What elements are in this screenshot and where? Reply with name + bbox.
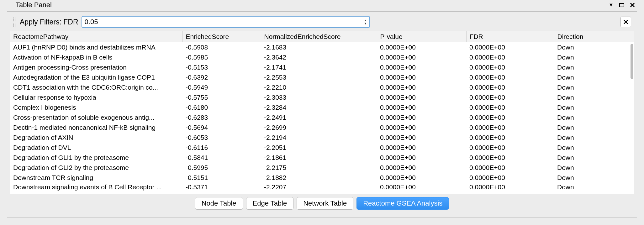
cell-pvalue: 0.0000E+00: [377, 102, 466, 112]
cell-direction: Down: [554, 143, 634, 153]
cell-es: -0.5995: [182, 163, 261, 173]
table-row[interactable]: Degradation of DVL-0.6116-2.20510.0000E+…: [10, 143, 634, 153]
window-controls: ▼: [607, 1, 636, 9]
results-table-body: AUF1 (hnRNP D0) binds and destabilizes m…: [10, 42, 634, 191]
col-header-pathway[interactable]: ReactomePathway: [10, 31, 182, 42]
toolbar-grip-icon[interactable]: [13, 17, 15, 27]
table-row[interactable]: Antigen processing-Cross presentation-0.…: [10, 62, 634, 72]
cell-nes: -2.2051: [261, 143, 377, 153]
close-icon[interactable]: [628, 1, 636, 9]
col-header-nes[interactable]: NormalizedEnrichedScore: [261, 31, 377, 42]
cell-nes: -2.3033: [261, 92, 377, 102]
table-row[interactable]: CDT1 association with the CDC6:ORC:origi…: [10, 82, 634, 92]
cell-es: -0.5985: [182, 52, 261, 62]
cell-es: -0.6392: [182, 72, 261, 82]
cell-pvalue: 0.0000E+00: [377, 52, 466, 62]
cell-es: -0.6283: [182, 112, 261, 123]
table-row[interactable]: Degradation of AXIN-0.6053-2.21940.0000E…: [10, 133, 634, 143]
table-row[interactable]: Complex I biogenesis-0.6180-2.32840.0000…: [10, 102, 634, 112]
tab-edge[interactable]: Edge Table: [246, 197, 294, 210]
table-row[interactable]: Cellular response to hypoxia-0.5755-2.30…: [10, 92, 634, 102]
cell-pvalue: 0.0000E+00: [377, 133, 466, 143]
cell-direction: Down: [554, 82, 634, 92]
cell-pathway: Degradation of GLI2 by the proteasome: [10, 163, 182, 173]
spinner-down-icon[interactable]: ▼: [364, 22, 367, 25]
tab-network[interactable]: Network Table: [297, 197, 353, 210]
cell-nes: -2.2194: [261, 133, 377, 143]
table-row[interactable]: Activation of NF-kappaB in B cells-0.598…: [10, 52, 634, 62]
cell-es: -0.5949: [182, 82, 261, 92]
table-row[interactable]: Downstream TCR signaling-0.5151-2.18820.…: [10, 173, 634, 183]
cell-fdr: 0.0000E+00: [466, 52, 554, 62]
cell-nes: -2.2175: [261, 163, 377, 173]
table-panel: Apply Filters: FDR ▲ ▼: [7, 11, 637, 217]
cell-pvalue: 0.0000E+00: [377, 72, 466, 82]
svg-rect-0: [620, 3, 624, 7]
menu-dropdown-icon[interactable]: ▼: [607, 1, 615, 9]
cell-direction: Down: [554, 133, 634, 143]
cell-pvalue: 0.0000E+00: [377, 183, 466, 191]
cell-nes: -2.1861: [261, 153, 377, 163]
cell-fdr: 0.0000E+00: [466, 163, 554, 173]
table-row[interactable]: Dectin-1 mediated noncanonical NF-kB sig…: [10, 123, 634, 133]
fdr-spinner[interactable]: ▲ ▼: [82, 16, 370, 28]
cell-pvalue: 0.0000E+00: [377, 173, 466, 183]
cell-pathway: CDT1 association with the CDC6:ORC:origi…: [10, 82, 182, 92]
cell-direction: Down: [554, 173, 634, 183]
cell-pathway: Complex I biogenesis: [10, 102, 182, 112]
cell-es: -0.6053: [182, 133, 261, 143]
cell-es: -0.6180: [182, 102, 261, 112]
maximize-icon[interactable]: [618, 1, 626, 9]
cell-fdr: 0.0000E+00: [466, 42, 554, 52]
bottom-tabs: Node TableEdge TableNetwork TableReactom…: [7, 194, 637, 210]
table-row[interactable]: AUF1 (hnRNP D0) binds and destabilizes m…: [10, 42, 634, 52]
cell-pvalue: 0.0000E+00: [377, 153, 466, 163]
cell-es: -0.5694: [182, 123, 261, 133]
cell-es: -0.5151: [182, 173, 261, 183]
tab-gsea[interactable]: Reactome GSEA Analysis: [356, 197, 449, 210]
fdr-input[interactable]: [85, 18, 364, 26]
cell-fdr: 0.0000E+00: [466, 112, 554, 123]
cell-fdr: 0.0000E+00: [466, 173, 554, 183]
col-header-fdr[interactable]: FDR: [466, 31, 554, 42]
col-header-es[interactable]: EnrichedScore: [182, 31, 261, 42]
cell-direction: Down: [554, 62, 634, 72]
cell-pathway: Downstream TCR signaling: [10, 173, 182, 183]
cell-pathway: Degradation of GLI1 by the proteasome: [10, 153, 182, 163]
table-row[interactable]: Autodegradation of the E3 ubiquitin liga…: [10, 72, 634, 82]
vertical-scrollbar[interactable]: [631, 44, 633, 79]
cell-direction: Down: [554, 92, 634, 102]
cell-fdr: 0.0000E+00: [466, 102, 554, 112]
cell-nes: -2.3642: [261, 52, 377, 62]
col-header-direction[interactable]: Direction: [554, 31, 634, 42]
cell-pathway: Degradation of DVL: [10, 143, 182, 153]
table-row[interactable]: Degradation of GLI1 by the proteasome-0.…: [10, 153, 634, 163]
cell-pvalue: 0.0000E+00: [377, 123, 466, 133]
cell-pvalue: 0.0000E+00: [377, 163, 466, 173]
spinner-arrows[interactable]: ▲ ▼: [364, 19, 368, 25]
table-row[interactable]: Degradation of GLI2 by the proteasome-0.…: [10, 163, 634, 173]
cell-pathway: Activation of NF-kappaB in B cells: [10, 52, 182, 62]
results-table-wrap: ReactomePathway EnrichedScore Normalized…: [10, 31, 634, 194]
cell-direction: Down: [554, 72, 634, 82]
cell-pvalue: 0.0000E+00: [377, 82, 466, 92]
cell-nes: -2.2491: [261, 112, 377, 123]
clear-filter-button[interactable]: [620, 17, 631, 27]
cell-pathway: Antigen processing-Cross presentation: [10, 62, 182, 72]
filter-toolbar: Apply Filters: FDR ▲ ▼: [7, 12, 637, 31]
cell-nes: -2.2210: [261, 82, 377, 92]
tab-node[interactable]: Node Table: [195, 197, 243, 210]
table-row[interactable]: Cross-presentation of soluble exogenous …: [10, 112, 634, 123]
cell-fdr: 0.0000E+00: [466, 123, 554, 133]
cell-pvalue: 0.0000E+00: [377, 92, 466, 102]
cell-direction: Down: [554, 52, 634, 62]
cell-pathway: Cross-presentation of soluble exogenous …: [10, 112, 182, 123]
col-header-pvalue[interactable]: P-value: [377, 31, 466, 42]
cell-es: -0.5908: [182, 42, 261, 52]
results-table: ReactomePathway EnrichedScore Normalized…: [10, 31, 634, 42]
table-row[interactable]: Downstream signaling events of B Cell Re…: [10, 183, 634, 191]
spinner-up-icon[interactable]: ▲: [364, 19, 367, 22]
cell-pvalue: 0.0000E+00: [377, 42, 466, 52]
cell-nes: -2.1882: [261, 173, 377, 183]
cell-pathway: Downstream signaling events of B Cell Re…: [10, 183, 182, 191]
